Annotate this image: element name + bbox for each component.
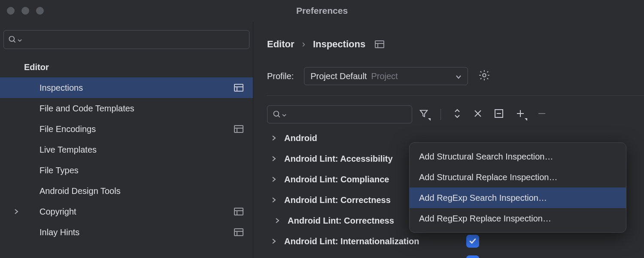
popup-item-label: Add Structural Replace Inspection… [419, 172, 557, 182]
sidebar-item-live-templates[interactable]: Live Templates [3, 139, 249, 160]
add-inspection-popup: Add Structural Search Inspection… Add St… [409, 142, 626, 233]
project-scope-icon [234, 125, 243, 133]
sidebar-item-label: Inspections [39, 83, 234, 93]
svg-point-17 [483, 74, 486, 77]
chevron-down-icon [456, 71, 462, 81]
svg-line-1 [14, 41, 15, 43]
profile-label: Profile: [267, 71, 294, 81]
close-window-icon[interactable] [7, 7, 15, 15]
breadcrumb: Editor › Inspections [267, 39, 644, 50]
add-icon[interactable] [516, 109, 525, 120]
chevron-right-icon [271, 135, 278, 141]
breadcrumb-root[interactable]: Editor [267, 39, 295, 50]
reset-icon[interactable] [474, 109, 482, 120]
svg-line-19 [278, 116, 280, 117]
inspection-search-input[interactable] [267, 105, 412, 123]
gear-icon[interactable] [478, 69, 490, 83]
sidebar-item-file-and-code-templates[interactable]: File and Code Templates [3, 98, 249, 119]
project-scope-icon [375, 40, 384, 48]
popup-item-structural-search[interactable]: Add Structural Search Inspection… [410, 146, 626, 167]
inspection-checkbox-mixed[interactable] [466, 255, 479, 258]
main-panel: Editor › Inspections Profile: Project De… [253, 22, 644, 258]
profile-value: Project Default [310, 71, 367, 81]
sidebar: Editor Inspections File and Code Templat… [0, 22, 253, 258]
sidebar-heading-label: Editor [24, 62, 243, 72]
sidebar-item-android-design-tools[interactable]: Android Design Tools [3, 181, 249, 201]
inspection-label: Android Lint: Internationalization [284, 236, 460, 246]
popup-item-regexp-search[interactable]: Add RegExp Search Inspection… [410, 187, 626, 208]
sidebar-item-inlay-hints[interactable]: Inlay Hints [3, 222, 249, 243]
sidebar-item-file-types[interactable]: File Types [3, 160, 249, 181]
svg-point-0 [9, 37, 15, 42]
disable-icon[interactable] [494, 109, 504, 120]
titlebar: Preferences [0, 0, 644, 22]
sidebar-search-input[interactable] [3, 30, 249, 49]
sidebar-item-label: File Encodings [39, 124, 234, 134]
chevron-right-icon [271, 156, 278, 162]
profile-dropdown[interactable]: Project Default Project [304, 67, 468, 85]
window-title: Preferences [296, 6, 348, 16]
zoom-window-icon[interactable] [36, 7, 44, 15]
profile-row: Profile: Project Default Project [267, 67, 644, 96]
filter-icon[interactable] [419, 109, 428, 120]
inspection-category[interactable]: Android Lint: Internationalization [267, 231, 644, 252]
popup-item-structural-replace[interactable]: Add Structural Replace Inspection… [410, 167, 626, 187]
sidebar-item-copyright[interactable]: Copyright [3, 201, 249, 222]
popup-item-label: Add RegExp Search Inspection… [419, 193, 547, 203]
chevron-right-icon [271, 238, 278, 244]
inspection-checkbox[interactable] [466, 235, 479, 248]
project-scope-icon [234, 228, 243, 236]
sidebar-heading-editor[interactable]: Editor [3, 57, 249, 77]
sidebar-item-file-encodings[interactable]: File Encodings [3, 119, 249, 139]
svg-rect-11 [234, 229, 243, 236]
popup-item-regexp-replace[interactable]: Add RegExp Replace Inspection… [410, 208, 626, 229]
chevron-right-icon [275, 218, 282, 224]
remove-icon[interactable] [537, 109, 547, 120]
sidebar-item-label: Inlay Hints [39, 227, 234, 237]
inspection-category[interactable]: Android Lint: Interoperability [267, 252, 644, 258]
sidebar-item-label: Live Templates [39, 145, 243, 155]
inspection-label: Android [284, 133, 639, 143]
svg-rect-5 [234, 126, 243, 132]
profile-scope: Project [371, 71, 398, 81]
svg-rect-2 [234, 84, 243, 91]
svg-rect-8 [234, 208, 243, 215]
minimize-window-icon[interactable] [21, 7, 29, 15]
project-scope-icon [234, 84, 243, 92]
chevron-right-icon: › [302, 39, 305, 50]
inspection-toolbar [267, 105, 644, 123]
sidebar-item-inspections[interactable]: Inspections [0, 77, 253, 98]
project-scope-icon [234, 208, 243, 215]
search-icon [8, 35, 17, 44]
dropdown-caret-icon [282, 110, 286, 120]
sidebar-item-label: File Types [39, 166, 243, 175]
breadcrumb-leaf: Inspections [313, 39, 365, 50]
window-controls [7, 7, 44, 15]
chevron-right-icon [271, 176, 278, 182]
expand-collapse-icon[interactable] [453, 108, 462, 121]
popup-item-label: Add Structural Search Inspection… [419, 152, 553, 162]
search-icon [273, 110, 281, 119]
chevron-right-icon [271, 197, 278, 203]
popup-item-label: Add RegExp Replace Inspection… [419, 214, 551, 224]
chevron-right-icon [14, 209, 22, 215]
svg-rect-14 [375, 41, 384, 48]
dropdown-caret-icon [18, 35, 22, 45]
svg-point-18 [274, 111, 279, 117]
sidebar-item-label: File and Code Templates [39, 104, 243, 114]
sidebar-item-label: Android Design Tools [39, 186, 243, 196]
toolbar-divider [440, 109, 441, 120]
sidebar-item-label: Copyright [26, 207, 234, 217]
